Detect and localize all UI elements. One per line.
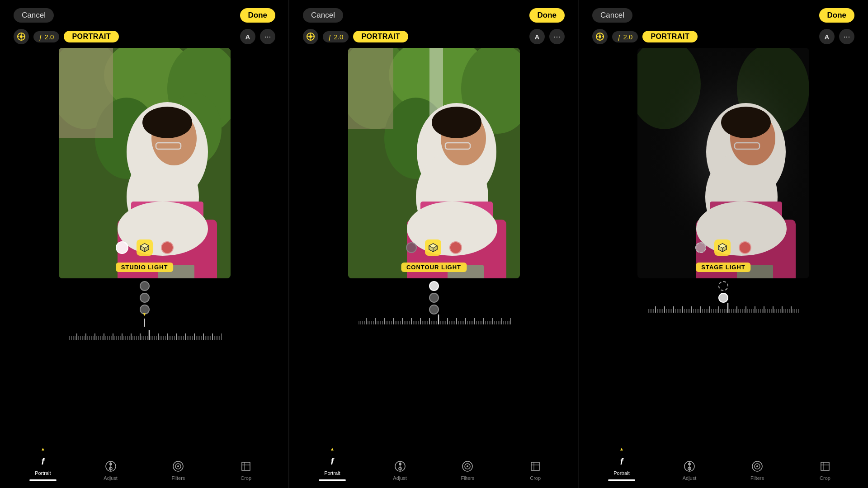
portrait-badge-1[interactable]: PORTRAIT — [64, 31, 119, 42]
more-icon-1[interactable]: ··· — [260, 29, 275, 44]
filters-nav-label-2: Filters — [461, 475, 474, 481]
icon-bar-right-2: A ··· — [529, 29, 565, 44]
svg-point-138 — [432, 107, 481, 138]
photo-light-label-3: STAGE LIGHT — [696, 263, 750, 272]
svg-rect-358 — [821, 462, 829, 470]
adjust-nav-icon-2 — [393, 459, 407, 474]
cancel-button-3[interactable]: Cancel — [592, 8, 632, 23]
depth-circle-white-1 — [116, 241, 128, 254]
photo-1: STUDIO LIGHT — [59, 48, 231, 278]
filters-nav-label-1: Filters — [171, 475, 185, 481]
portrait-nav-label-2: Portrait — [324, 470, 340, 476]
aperture-icon-3[interactable] — [592, 29, 608, 44]
icon-bar-1: ƒ 2.0 PORTRAIT A ··· — [0, 27, 289, 48]
depth-controls-2 — [348, 239, 520, 256]
more-icon-3[interactable]: ··· — [839, 29, 854, 44]
ruler-ticks-1 — [68, 319, 222, 328]
portrait-nav-icon-2: f — [325, 454, 340, 469]
nav-crop-2[interactable]: Crop — [501, 459, 569, 481]
aperture-icon-2[interactable] — [303, 29, 318, 44]
portrait-nav-icon-1: f — [36, 454, 50, 469]
depth-circle-dotted-3 — [695, 242, 706, 253]
aperture-icon-1[interactable] — [14, 29, 29, 44]
svg-rect-240 — [531, 462, 539, 470]
nav-crop-1[interactable]: Crop — [212, 459, 280, 481]
adjust-nav-icon-3 — [682, 459, 697, 474]
divider-1 — [288, 0, 289, 488]
auto-icon-1[interactable]: A — [240, 29, 255, 44]
filters-nav-icon-1 — [171, 459, 185, 474]
adjust-nav-label-3: Adjust — [683, 475, 697, 481]
photo-light-label-1: STUDIO LIGHT — [116, 263, 174, 272]
svg-point-353 — [688, 463, 691, 465]
done-button-2[interactable]: Done — [529, 8, 565, 23]
svg-point-123 — [309, 35, 312, 38]
nav-portrait-2[interactable]: ▲ f Portrait — [298, 446, 366, 481]
outside-circle-dotted-3 — [718, 281, 728, 291]
f-value-1[interactable]: ƒ 2.0 — [33, 31, 59, 42]
depth-circle-left-2 — [406, 242, 417, 253]
cancel-button-2[interactable]: Cancel — [303, 8, 343, 23]
nav-portrait-1[interactable]: ▲ f Portrait — [9, 446, 77, 481]
cancel-button-1[interactable]: Cancel — [14, 8, 54, 23]
nav-filters-3[interactable]: Filters — [723, 459, 791, 481]
svg-point-357 — [756, 465, 758, 467]
auto-icon-3[interactable]: A — [819, 29, 835, 44]
cube-icon-3[interactable] — [714, 239, 731, 256]
portrait-badge-2[interactable]: PORTRAIT — [353, 31, 408, 42]
depth-slider-1 — [0, 281, 289, 314]
done-button-1[interactable]: Done — [240, 8, 276, 23]
phone-panel-3: Cancel Done ƒ 2.0 PORTRAIT A ··· — [579, 0, 868, 488]
crop-nav-label-2: Crop — [530, 475, 541, 481]
phone-panel-1: Cancel Done ƒ 2.0 PORTRAIT A ··· — [0, 0, 289, 488]
nav-portrait-3[interactable]: ▲ f Portrait — [588, 446, 656, 481]
depth-controls-3 — [637, 239, 809, 256]
cube-icon-2[interactable] — [425, 239, 441, 256]
divider-2 — [578, 0, 578, 488]
icon-bar-right-1: A ··· — [240, 29, 275, 44]
filters-nav-label-3: Filters — [750, 475, 764, 481]
cube-icon-1[interactable] — [137, 239, 153, 256]
nav-underline-1 — [29, 479, 57, 481]
more-icon-2[interactable]: ··· — [549, 29, 565, 44]
svg-point-239 — [467, 465, 468, 467]
bottom-nav-2: ▲ f Portrait Adjust — [289, 441, 578, 488]
icon-bar-3: ƒ 2.0 PORTRAIT A ··· — [579, 27, 868, 48]
outside-circle-1 — [140, 281, 150, 291]
nav-adjust-2[interactable]: Adjust — [366, 459, 434, 481]
phone-panel-2: Cancel Done ƒ 2.0 PORTRAIT A ··· — [289, 0, 579, 488]
depth-slider-2 — [289, 281, 578, 314]
tick-row-2 — [357, 314, 511, 324]
auto-icon-2[interactable]: A — [529, 29, 545, 44]
adjust-nav-label-1: Adjust — [104, 475, 118, 481]
nav-filters-1[interactable]: Filters — [145, 459, 212, 481]
f-value-2[interactable]: ƒ 2.0 — [323, 31, 349, 42]
nav-adjust-3[interactable]: Adjust — [656, 459, 723, 481]
bottom-nav-1: ▲ f Portrait Adjust — [0, 441, 289, 488]
nav-crop-3[interactable]: Crop — [791, 459, 859, 481]
outside-circle-white-2 — [429, 281, 439, 291]
nav-adjust-1[interactable]: Adjust — [77, 459, 145, 481]
svg-rect-119 — [242, 462, 250, 470]
tick-row-3 — [646, 303, 800, 313]
filters-nav-icon-3 — [750, 459, 764, 474]
svg-rect-12 — [59, 48, 113, 138]
adjust-nav-label-2: Adjust — [393, 475, 407, 481]
red-circle-3 — [739, 241, 751, 254]
svg-point-1 — [20, 35, 23, 38]
icon-bar-right-3: A ··· — [819, 29, 854, 44]
portrait-badge-3[interactable]: PORTRAIT — [642, 31, 698, 42]
svg-point-114 — [109, 463, 112, 465]
f-value-3[interactable]: ƒ 2.0 — [612, 31, 638, 42]
photo-2: CONTOUR LIGHT — [348, 48, 520, 278]
svg-point-256 — [721, 107, 771, 138]
done-button-3[interactable]: Done — [819, 8, 855, 23]
crop-nav-icon-1 — [239, 459, 253, 474]
portrait-nav-icon-3: f — [614, 454, 629, 469]
bottom-nav-3: ▲ f Portrait Adjust — [579, 441, 868, 488]
portrait-nav-label-3: Portrait — [613, 470, 629, 476]
top-bar-1: Cancel Done — [0, 0, 289, 27]
red-circle-2 — [449, 241, 462, 254]
nav-filters-2[interactable]: Filters — [434, 459, 502, 481]
red-circle-1 — [161, 241, 174, 254]
